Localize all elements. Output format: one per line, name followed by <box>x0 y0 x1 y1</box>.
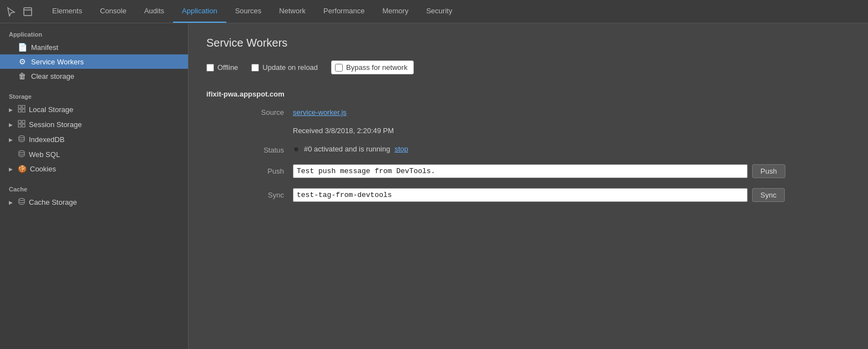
expand-arrow-local-storage: ▶ <box>9 107 14 113</box>
expand-arrow-session-storage: ▶ <box>9 122 14 128</box>
svg-rect-2 <box>18 105 21 108</box>
top-nav: Elements Console Audits Application Sour… <box>0 0 868 23</box>
tab-application[interactable]: Application <box>173 0 226 23</box>
sidebar-item-indexeddb[interactable]: ▶ IndexedDB <box>0 132 188 147</box>
tab-performance[interactable]: Performance <box>314 0 373 23</box>
bypass-for-network-label[interactable]: Bypass for network <box>346 63 408 72</box>
push-button[interactable]: Push <box>752 164 785 178</box>
worker-domain: ifixit-pwa.appspot.com <box>206 90 850 98</box>
svg-point-10 <box>19 136 24 138</box>
sidebar-item-session-storage[interactable]: ▶ Session Storage <box>0 117 188 132</box>
stop-link[interactable]: stop <box>394 145 408 153</box>
manifest-icon: 📄 <box>18 43 27 52</box>
update-on-reload-checkbox-item[interactable]: Update on reload <box>251 63 318 72</box>
main-layout: Application 📄 Manifest ⚙ Service Workers… <box>0 23 868 349</box>
indexeddb-icon <box>18 135 26 144</box>
sidebar-item-manifest[interactable]: 📄 Manifest <box>0 40 188 54</box>
source-link[interactable]: service-worker.js <box>293 108 347 117</box>
sidebar-item-service-workers[interactable]: ⚙ Service Workers <box>0 54 188 69</box>
sidebar-item-clear-storage[interactable]: 🗑 Clear storage <box>0 69 188 83</box>
offline-label[interactable]: Offline <box>217 63 238 72</box>
gear-icon: ⚙ <box>18 57 27 66</box>
sidebar-section-storage: Storage <box>0 90 188 102</box>
sync-label: Sync <box>251 191 284 199</box>
expand-arrow-cookies: ▶ <box>9 166 14 172</box>
svg-rect-9 <box>22 124 25 127</box>
svg-point-11 <box>19 151 24 153</box>
tab-audits[interactable]: Audits <box>135 0 173 23</box>
status-text: #0 activated and is running <box>304 145 390 153</box>
offline-checkbox-item[interactable]: Offline <box>206 63 238 72</box>
divider-2 <box>0 176 188 183</box>
bypass-for-network-wrapper[interactable]: Bypass for network <box>331 60 414 74</box>
expand-arrow-cache-storage: ▶ <box>9 200 14 205</box>
tab-network[interactable]: Network <box>270 0 314 23</box>
update-on-reload-checkbox[interactable] <box>251 64 259 72</box>
checkboxes-row: Offline Update on reload Bypass for netw… <box>206 60 850 74</box>
nav-icons <box>4 5 34 18</box>
tab-elements[interactable]: Elements <box>43 0 91 23</box>
update-on-reload-label[interactable]: Update on reload <box>262 63 318 72</box>
cookies-icon: 🍪 <box>18 165 27 173</box>
dock-icon[interactable] <box>21 5 34 18</box>
sidebar-section-cache: Cache <box>0 183 188 195</box>
svg-rect-4 <box>18 109 21 112</box>
sidebar-item-web-sql[interactable]: Web SQL <box>0 147 188 162</box>
push-row: Push Push <box>206 164 850 178</box>
worker-entry: ifixit-pwa.appspot.com Source service-wo… <box>206 90 850 202</box>
local-storage-icon <box>18 105 26 114</box>
offline-checkbox[interactable] <box>206 64 214 72</box>
svg-rect-8 <box>18 124 21 127</box>
svg-rect-0 <box>24 8 32 16</box>
received-row: Received 3/8/2018, 2:20:49 PM <box>206 127 850 135</box>
svg-rect-6 <box>18 120 21 123</box>
sync-row: Sync Sync <box>206 188 850 202</box>
sidebar-item-local-storage[interactable]: ▶ Local Storage <box>0 102 188 117</box>
sidebar-item-cookies[interactable]: ▶ 🍪 Cookies <box>0 162 188 176</box>
expand-arrow-indexeddb: ▶ <box>9 137 14 143</box>
svg-point-12 <box>19 199 24 201</box>
source-label: Source <box>251 108 284 117</box>
push-label: Push <box>251 167 284 175</box>
status-dot <box>293 146 300 153</box>
svg-rect-3 <box>22 105 25 108</box>
divider-1 <box>0 83 188 90</box>
tab-console[interactable]: Console <box>91 0 135 23</box>
push-input[interactable] <box>293 164 748 178</box>
trash-icon: 🗑 <box>18 72 27 80</box>
page-title: Service Workers <box>206 37 850 49</box>
svg-rect-5 <box>22 109 25 112</box>
sidebar-item-cache-storage[interactable]: ▶ Cache Storage <box>0 195 188 210</box>
tab-memory[interactable]: Memory <box>373 0 417 23</box>
tab-security[interactable]: Security <box>417 0 461 23</box>
cache-storage-icon <box>18 198 26 207</box>
sync-input[interactable] <box>293 188 748 202</box>
sync-button[interactable]: Sync <box>752 188 785 202</box>
bypass-for-network-checkbox[interactable] <box>335 64 343 72</box>
sidebar-section-application: Application <box>0 28 188 40</box>
content-area: Service Workers Offline Update on reload… <box>189 23 868 349</box>
status-label: Status <box>251 146 284 154</box>
tab-sources[interactable]: Sources <box>226 0 271 23</box>
status-row: Status #0 activated and is running stop <box>206 145 850 154</box>
session-storage-icon <box>18 120 26 129</box>
cursor-icon[interactable] <box>4 5 18 18</box>
sidebar: Application 📄 Manifest ⚙ Service Workers… <box>0 23 189 349</box>
status-content: #0 activated and is running stop <box>293 145 408 153</box>
svg-rect-7 <box>22 120 25 123</box>
web-sql-icon <box>18 150 26 159</box>
nav-tabs: Elements Console Audits Application Sour… <box>43 0 461 23</box>
source-row: Source service-worker.js <box>206 108 850 117</box>
received-text: Received 3/8/2018, 2:20:49 PM <box>293 127 394 135</box>
